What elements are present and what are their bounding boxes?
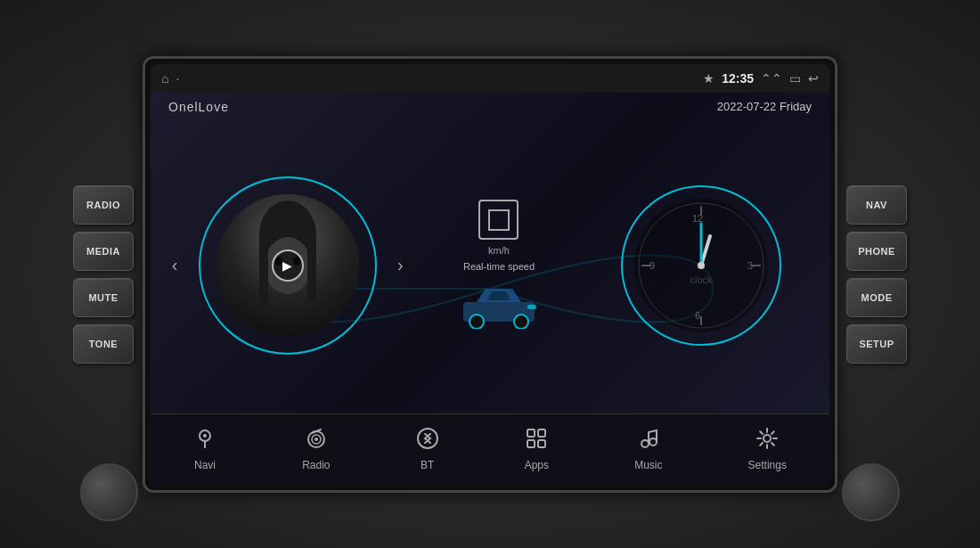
apps-label: Apps xyxy=(525,459,549,471)
mute-button[interactable]: MUTE xyxy=(73,278,134,317)
setup-button[interactable]: SETUP xyxy=(846,324,907,364)
phone-button[interactable]: PHONE xyxy=(846,232,907,271)
svg-rect-31 xyxy=(527,429,535,437)
radio-nav-label: Radio xyxy=(302,459,330,471)
left-knob[interactable] xyxy=(80,463,138,521)
prev-track-arrow[interactable]: ‹ xyxy=(172,255,178,275)
apps-svg-icon xyxy=(525,427,548,450)
right-knob[interactable] xyxy=(842,463,900,521)
next-track-arrow[interactable]: › xyxy=(397,255,404,275)
settings-icon xyxy=(755,427,779,455)
svg-text:6: 6 xyxy=(695,310,700,321)
svg-point-29 xyxy=(314,438,318,441)
clock-face: 12 3 6 9 clock xyxy=(634,199,768,332)
home-icon: ⌂ xyxy=(161,71,168,86)
nav-item-music[interactable]: Music xyxy=(620,420,676,478)
music-label: Music xyxy=(634,459,662,471)
main-screen: ⌂ · ★ 12:35 ⌃⌃ ▭ ↩ OnelLove 2022-07-22 F… xyxy=(151,64,829,485)
svg-point-10 xyxy=(514,315,528,329)
navi-svg-icon xyxy=(193,427,216,450)
back-icon: ↩ xyxy=(808,71,819,86)
bottom-nav: Navi Radio xyxy=(151,413,829,485)
date-display: 2022-07-22 Friday xyxy=(717,100,812,113)
car-unit: RADIO MEDIA MUTE TONE ⌂ · ★ 12:35 ⌃⌃ ▭ ↩ xyxy=(0,0,980,548)
navi-label: Navi xyxy=(194,459,216,471)
widgets-area: ‹ xyxy=(151,118,829,413)
nav-item-bt[interactable]: BT xyxy=(402,420,453,478)
settings-svg-icon xyxy=(755,427,779,450)
svg-text:clock: clock xyxy=(690,274,714,285)
svg-rect-11 xyxy=(527,305,536,309)
dot-indicator: · xyxy=(176,71,179,86)
tone-button[interactable]: TONE xyxy=(73,324,134,364)
svg-point-35 xyxy=(641,440,649,447)
bt-svg-icon xyxy=(416,427,439,450)
battery-icon: ▭ xyxy=(789,71,801,86)
svg-rect-7 xyxy=(489,210,509,230)
play-button[interactable]: ▶ xyxy=(272,249,304,282)
status-right: ★ 12:35 ⌃⌃ ▭ ↩ xyxy=(703,71,819,86)
main-content: OnelLove 2022-07-22 Friday ‹ xyxy=(151,93,829,485)
svg-point-26 xyxy=(203,434,207,438)
nav-item-apps[interactable]: Apps xyxy=(510,420,563,478)
expand-icon: ⌃⌃ xyxy=(761,71,782,86)
svg-point-23 xyxy=(698,262,705,269)
speed-sublabel: Real-time speed xyxy=(463,261,535,272)
settings-label: Settings xyxy=(748,459,787,471)
screen-bezel: ⌂ · ★ 12:35 ⌃⌃ ▭ ↩ OnelLove 2022-07-22 F… xyxy=(143,56,837,493)
apps-icon xyxy=(525,427,548,455)
radio-button[interactable]: RADIO xyxy=(73,185,134,225)
svg-point-30 xyxy=(418,429,437,448)
speed-widget: km/h Real-time speed xyxy=(454,200,543,331)
svg-rect-3 xyxy=(259,234,268,306)
speed-box-icon xyxy=(478,200,519,240)
album-art: ▶ xyxy=(216,194,359,337)
car-image xyxy=(454,277,543,331)
radio-nav-icon xyxy=(305,427,328,455)
play-icon: ▶ xyxy=(282,258,292,273)
nav-item-radio[interactable]: Radio xyxy=(288,420,344,478)
svg-point-9 xyxy=(470,315,484,329)
song-title: OnelLove xyxy=(168,100,229,114)
svg-rect-4 xyxy=(307,234,316,301)
clock-widget[interactable]: 12 3 6 9 clock xyxy=(621,185,781,346)
svg-rect-32 xyxy=(538,429,545,437)
svg-point-36 xyxy=(649,438,657,446)
bt-label: BT xyxy=(421,459,434,471)
bt-icon xyxy=(416,427,439,455)
navi-icon xyxy=(193,427,216,455)
clock-svg: 12 3 6 9 clock xyxy=(634,199,768,332)
music-icon xyxy=(637,427,660,455)
album-art-circle[interactable]: ▶ xyxy=(199,176,377,355)
status-left: ⌂ · xyxy=(161,71,179,86)
nav-item-navi[interactable]: Navi xyxy=(179,420,231,478)
clock-time: 12:35 xyxy=(722,71,754,86)
nav-item-settings[interactable]: Settings xyxy=(734,420,801,478)
mode-button[interactable]: MODE xyxy=(846,278,907,317)
top-info-bar: OnelLove 2022-07-22 Friday xyxy=(151,93,829,118)
status-bar: ⌂ · ★ 12:35 ⌃⌃ ▭ ↩ xyxy=(151,64,829,93)
svg-rect-33 xyxy=(527,440,535,447)
speed-unit-label: km/h xyxy=(488,245,510,256)
right-button-panel: NAV PHONE MODE SETUP xyxy=(846,185,907,364)
speed-square-icon xyxy=(486,207,512,233)
nav-button[interactable]: NAV xyxy=(846,185,907,225)
svg-rect-34 xyxy=(538,440,545,447)
bluetooth-icon: ★ xyxy=(703,71,715,86)
left-button-panel: RADIO MEDIA MUTE TONE xyxy=(73,185,134,364)
radio-svg-icon xyxy=(305,427,328,450)
media-button[interactable]: MEDIA xyxy=(73,232,134,271)
svg-text:3: 3 xyxy=(747,260,753,271)
car-svg-icon xyxy=(454,280,543,329)
music-svg-icon xyxy=(637,427,660,450)
svg-text:12: 12 xyxy=(692,213,703,224)
svg-text:9: 9 xyxy=(649,260,655,271)
svg-point-37 xyxy=(764,435,771,442)
